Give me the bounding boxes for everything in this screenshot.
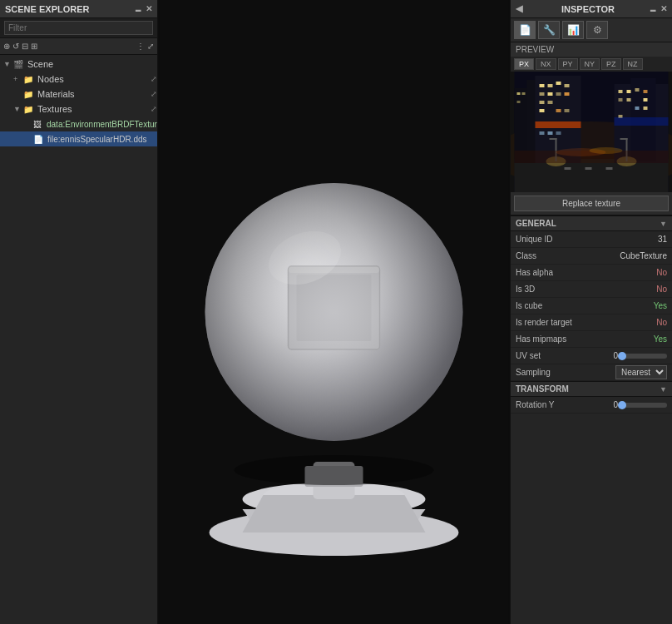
- tree-item-envbrdf[interactable]: 🖼 data:EnvironmentBRDFTexture: [0, 116, 157, 131]
- prop-value: No: [656, 318, 667, 327]
- prop-value: CubeTexture: [620, 251, 667, 260]
- collapse-icon[interactable]: ⊟: [22, 42, 28, 51]
- expand-icon: ⤢: [151, 75, 157, 83]
- minimize-icon[interactable]: 🗕: [134, 4, 142, 13]
- tree-item-nodes[interactable]: + 📁 Nodes ⤢: [0, 72, 157, 87]
- svg-rect-59: [550, 138, 557, 140]
- prop-row-has-alpha: Has alpha No: [511, 265, 672, 281]
- svg-rect-31: [548, 92, 553, 96]
- resize-icon[interactable]: ⤢: [147, 42, 154, 51]
- svg-rect-17: [565, 167, 571, 170]
- toggle-icon: ▼: [3, 60, 13, 68]
- face-tab-ny[interactable]: NY: [580, 58, 600, 70]
- uv-set-slider[interactable]: [621, 354, 667, 359]
- svg-rect-40: [540, 131, 545, 135]
- prop-row-is-render-target: Is render target No: [511, 314, 672, 331]
- tree-item-label: Textures: [37, 104, 72, 114]
- transform-section-label: TRANSFORM: [516, 384, 569, 394]
- search-bar: [0, 18, 157, 38]
- folder-icon: 📁: [23, 105, 35, 114]
- svg-rect-26: [540, 84, 545, 87]
- uv-set-slider-row: 0: [613, 351, 667, 360]
- tab-tools[interactable]: 🔧: [538, 21, 560, 39]
- svg-rect-37: [556, 109, 561, 112]
- filter-input[interactable]: [4, 21, 153, 35]
- minimize-icon[interactable]: 🗕: [649, 4, 657, 13]
- svg-rect-29: [565, 84, 570, 87]
- prop-value: No: [656, 268, 667, 277]
- rotation-y-slider[interactable]: [621, 403, 667, 408]
- close-icon[interactable]: ✕: [660, 4, 667, 13]
- preview-image: [511, 72, 672, 192]
- svg-rect-50: [627, 98, 631, 102]
- tree-item-ennis[interactable]: 📄 file:ennisSpecularHDR.dds: [0, 131, 157, 146]
- svg-rect-41: [548, 131, 553, 135]
- tab-file[interactable]: 📄: [514, 21, 536, 39]
- scene-toolbar: ⊕ ↺ ⊟ ⊞ ⋮ ⤢: [0, 38, 157, 55]
- back-icon[interactable]: ◀: [516, 3, 522, 14]
- svg-rect-61: [620, 138, 628, 140]
- expand-icon: ⤢: [151, 90, 157, 98]
- viewport-3d[interactable]: [158, 0, 510, 624]
- face-tab-py[interactable]: PY: [558, 58, 578, 70]
- svg-rect-23: [522, 92, 526, 95]
- transform-section-header[interactable]: TRANSFORM ▼: [511, 381, 672, 397]
- prop-row-sampling: Sampling Nearest Bilinear Trilinear: [511, 364, 672, 381]
- svg-rect-18: [586, 167, 592, 170]
- toggle-icon: +: [13, 75, 23, 83]
- tree-item-label: Materials: [37, 89, 75, 99]
- prop-row-class: Class CubeTexture: [511, 248, 672, 265]
- svg-point-6: [235, 455, 434, 485]
- add-icon[interactable]: ⊕: [3, 42, 10, 51]
- refresh-icon[interactable]: ↺: [12, 42, 19, 51]
- prop-value: Yes: [654, 334, 667, 344]
- tree-area: ▼ 🎬 Scene + 📁 Nodes ⤢ 📁 Materials ⤢ ▼ 📁 …: [0, 55, 157, 624]
- expand-icon[interactable]: ⊞: [31, 42, 37, 51]
- sampling-select[interactable]: Nearest Bilinear Trilinear: [615, 365, 667, 379]
- tree-item-label: file:ennisSpecularHDR.dds: [47, 135, 147, 144]
- scene-explorer-header-icons: 🗕 ✕: [134, 4, 152, 13]
- prop-label: Sampling: [516, 368, 615, 377]
- general-section-header[interactable]: GENERAL ▼: [511, 215, 672, 231]
- tree-item-scene[interactable]: ▼ 🎬 Scene: [0, 57, 157, 72]
- svg-rect-53: [644, 106, 648, 110]
- svg-rect-30: [540, 92, 545, 96]
- preview-face-tabs: PX NX PY NY PZ NZ: [511, 57, 672, 72]
- face-tab-nz[interactable]: NZ: [623, 58, 643, 70]
- svg-rect-51: [644, 98, 648, 102]
- svg-rect-32: [556, 92, 561, 96]
- prop-label: Is render target: [516, 318, 656, 327]
- face-tab-px[interactable]: PX: [514, 58, 534, 70]
- tree-item-materials[interactable]: 📁 Materials ⤢: [0, 87, 157, 102]
- tree-item-textures[interactable]: ▼ 📁 Textures ⤢: [0, 102, 157, 116]
- svg-rect-35: [548, 101, 553, 104]
- close-icon[interactable]: ✕: [146, 4, 152, 13]
- replace-texture-button[interactable]: Replace texture: [514, 196, 669, 211]
- rotation-y-slider-row: 0: [613, 400, 667, 409]
- svg-rect-28: [556, 82, 561, 85]
- tree-item-label: data:EnvironmentBRDFTexture: [47, 120, 157, 129]
- svg-rect-24: [517, 101, 521, 103]
- face-tab-nx[interactable]: NX: [536, 58, 556, 70]
- tree-item-label: Scene: [27, 59, 53, 69]
- svg-point-64: [590, 147, 623, 154]
- prop-label: Is cube: [516, 301, 654, 310]
- prop-label: Class: [516, 251, 620, 260]
- svg-rect-36: [540, 109, 545, 112]
- prop-row-is-3d: Is 3D No: [511, 281, 672, 298]
- face-tab-pz[interactable]: PZ: [601, 58, 621, 70]
- scene-explorer-header: SCENE EXPLORER 🗕 ✕: [0, 0, 157, 18]
- svg-rect-45: [619, 90, 623, 93]
- more-icon[interactable]: ⋮: [136, 42, 145, 51]
- svg-rect-19: [606, 167, 613, 170]
- general-section-label: GENERAL: [516, 219, 556, 228]
- svg-point-13: [205, 183, 463, 441]
- prop-label: UV set: [516, 351, 613, 360]
- prop-label: Is 3D: [516, 285, 656, 294]
- toggle-icon: ▼: [13, 105, 23, 113]
- prop-value: 31: [658, 235, 667, 244]
- tab-settings[interactable]: ⚙: [586, 21, 608, 39]
- inspector-panel: ◀ INSPECTOR 🗕 ✕ 📄 🔧 📊 ⚙ PREVIEW PX NX PY…: [510, 0, 672, 624]
- tab-chart[interactable]: 📊: [562, 21, 584, 39]
- prop-label: Rotation Y: [516, 400, 613, 409]
